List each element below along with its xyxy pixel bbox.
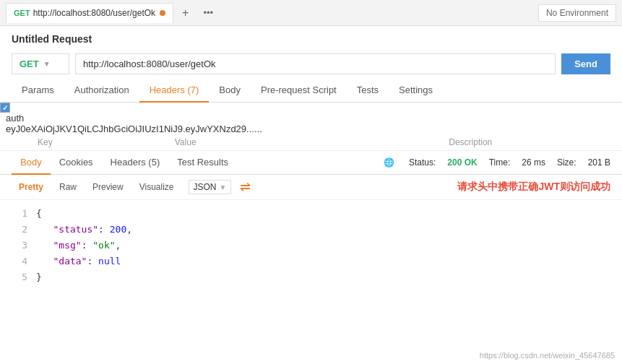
status-label: Status: [409,157,436,168]
col-key-label: Key [38,137,175,147]
header-checkbox[interactable] [0,103,20,113]
method-text: GET [20,58,39,69]
resp-tab-cookies[interactable]: Cookies [51,151,102,175]
sort-icon[interactable]: ⇌ [240,179,251,195]
time-value: 26 ms [522,157,545,168]
checkbox-checked[interactable] [0,103,10,113]
request-tabs: Params Authorization Headers (7) Body Pr… [0,79,622,103]
globe-icon: 🌐 [384,157,394,168]
request-title: Untitled Request [0,26,622,49]
tab-headers[interactable]: Headers (7) [139,79,210,103]
tab-url-label: http://localhost:8080/user/getOk [33,8,155,18]
format-raw[interactable]: Raw [52,179,84,195]
tab-bar: GET http://localhost:8080/user/getOk + •… [0,0,622,26]
format-visualize[interactable]: Visualize [132,179,181,195]
json-code-block: 1 { 2 "status" : 200 , 3 "msg" : "ok" , … [0,200,622,291]
header-key: auth [0,113,622,124]
time-label: Time: [489,157,511,168]
response-status: 🌐 Status: 200 OK Time: 26 ms Size: 201 B [384,157,610,168]
col-desc-label: Description [449,137,586,147]
request-tab[interactable]: GET http://localhost:8080/user/getOk [6,3,173,23]
unsaved-dot [160,10,165,16]
resp-tab-body[interactable]: Body [12,151,51,175]
environment-selector[interactable]: No Environment [538,4,616,22]
size-value: 201 B [588,157,610,168]
tab-body[interactable]: Body [209,79,251,103]
size-label: Size: [557,157,576,168]
response-toolbar: Pretty Raw Preview Visualize JSON ▼ ⇌ 请求… [0,175,622,200]
tab-tests[interactable]: Tests [347,79,389,103]
response-tabs-bar: Body Cookies Headers (5) Test Results 🌐 … [0,151,622,175]
method-select[interactable]: GET ▼ [12,53,69,74]
col-value-label: Value [175,137,449,147]
add-tab-button[interactable]: + [175,3,196,23]
code-line-2: 2 "status" : 200 , [0,222,622,238]
url-bar: GET ▼ Send [0,49,622,79]
code-line-1: 1 { [0,206,622,222]
tab-authorization[interactable]: Authorization [64,79,139,103]
chevron-down-icon: ▼ [220,183,227,191]
tab-params[interactable]: Params [12,79,64,103]
status-value: 200 OK [447,157,477,168]
header-value: eyJ0eXAiOjJKV1QiLCJhbGciOiJIUzI1NiJ9.eyJ… [0,124,622,134]
column-headers: Key Value Description [0,134,622,150]
method-badge: GET [14,9,30,17]
tab-prerequest[interactable]: Pre-request Script [251,79,347,103]
tab-settings[interactable]: Settings [389,79,443,103]
json-format-select[interactable]: JSON ▼ [189,180,232,194]
header-row: auth eyJ0eXAiOjJKV1QiLCJhbGciOiJIUzI1NiJ… [0,103,622,134]
send-button[interactable]: Send [561,53,610,74]
chinese-note: 请求头中携带正确JWT则访问成功 [457,181,610,194]
code-line-5: 5 } [0,269,622,285]
format-pretty[interactable]: Pretty [12,179,51,195]
code-line-3: 3 "msg" : "ok" , [0,238,622,254]
url-input[interactable] [75,53,556,74]
chevron-down-icon: ▼ [43,60,51,68]
response-area: Body Cookies Headers (5) Test Results 🌐 … [0,150,622,291]
more-tabs-button[interactable]: ••• [196,3,220,23]
resp-tab-test-results[interactable]: Test Results [168,151,237,175]
format-preview[interactable]: Preview [85,179,131,195]
resp-tab-headers[interactable]: Headers (5) [102,151,169,175]
watermark: https://blog.csdn.net/weixin_45647685 [480,351,615,360]
code-line-4: 4 "data" : null [0,254,622,269]
